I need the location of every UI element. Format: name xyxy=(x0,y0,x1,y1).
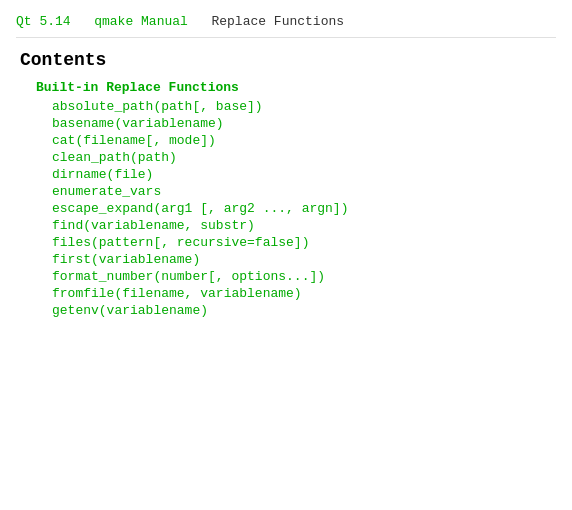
toc-item-fromfile: fromfile(filename, variablename) xyxy=(52,286,556,301)
toc-item-absolute-path: absolute_path(path[, base]) xyxy=(52,99,556,114)
breadcrumb: Qt 5.14 qmake Manual Replace Functions xyxy=(16,8,556,38)
toc-link-enumerate-vars[interactable]: enumerate_vars xyxy=(52,184,161,199)
breadcrumb-current: Replace Functions xyxy=(211,14,344,29)
toc-item-format-number: format_number(number[, options...]) xyxy=(52,269,556,284)
toc-link-dirname[interactable]: dirname(file) xyxy=(52,167,153,182)
contents-heading: Contents xyxy=(20,50,556,70)
toc-item-files: files(pattern[, recursive=false]) xyxy=(52,235,556,250)
toc-sub-list: absolute_path(path[, base]) basename(var… xyxy=(36,99,556,318)
toc-link-clean-path[interactable]: clean_path(path) xyxy=(52,150,177,165)
toc-item-escape-expand: escape_expand(arg1 [, arg2 ..., argn]) xyxy=(52,201,556,216)
toc-link-first[interactable]: first(variablename) xyxy=(52,252,200,267)
toc-item-first: first(variablename) xyxy=(52,252,556,267)
breadcrumb-sep-1 xyxy=(75,14,91,29)
toc-item-dirname: dirname(file) xyxy=(52,167,556,182)
toc-link-escape-expand[interactable]: escape_expand(arg1 [, arg2 ..., argn]) xyxy=(52,201,348,216)
toc-link-files[interactable]: files(pattern[, recursive=false]) xyxy=(52,235,309,250)
toc-link-fromfile[interactable]: fromfile(filename, variablename) xyxy=(52,286,302,301)
toc-section-builtin-link[interactable]: Built-in Replace Functions xyxy=(36,80,239,95)
toc-link-cat[interactable]: cat(filename[, mode]) xyxy=(52,133,216,148)
toc-link-basename[interactable]: basename(variablename) xyxy=(52,116,224,131)
breadcrumb-sep-2 xyxy=(192,14,208,29)
toc-link-getenv[interactable]: getenv(variablename) xyxy=(52,303,208,318)
toc-item-find: find(variablename, substr) xyxy=(52,218,556,233)
breadcrumb-qmake[interactable]: qmake Manual xyxy=(94,14,188,29)
toc-item-getenv: getenv(variablename) xyxy=(52,303,556,318)
toc-item-clean-path: clean_path(path) xyxy=(52,150,556,165)
toc-link-format-number[interactable]: format_number(number[, options...]) xyxy=(52,269,325,284)
toc-item-cat: cat(filename[, mode]) xyxy=(52,133,556,148)
toc-link-find[interactable]: find(variablename, substr) xyxy=(52,218,255,233)
toc-section-builtin: Built-in Replace Functions xyxy=(36,80,556,95)
toc-item-enumerate-vars: enumerate_vars xyxy=(52,184,556,199)
breadcrumb-qt[interactable]: Qt 5.14 xyxy=(16,14,71,29)
toc-link-absolute-path[interactable]: absolute_path(path[, base]) xyxy=(52,99,263,114)
toc-item-basename: basename(variablename) xyxy=(52,116,556,131)
toc-list: Built-in Replace Functions absolute_path… xyxy=(16,80,556,318)
main-content: Contents Built-in Replace Functions abso… xyxy=(16,38,556,318)
